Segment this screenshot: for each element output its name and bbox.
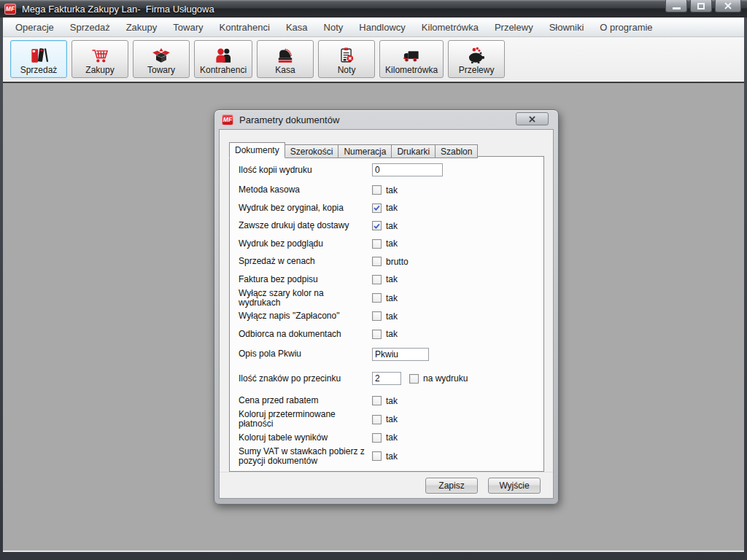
tab-drukarki[interactable]: Drukarki (391, 144, 436, 158)
checkbox[interactable] (372, 275, 382, 284)
checkbox-label: tak (386, 329, 398, 339)
close-button[interactable] (715, 0, 741, 12)
form-row: Wydruk bez podglądutak (239, 235, 543, 253)
toolbar-button-label: Przelewy (459, 66, 495, 75)
checkbox[interactable] (372, 257, 382, 266)
field-control: tak (372, 329, 398, 339)
field-control (372, 163, 443, 176)
form-row: Sumy VAT w stawkach pobierz z pozycji do… (239, 447, 543, 466)
toolbar-button-sprzedaż[interactable]: Sprzedaż (10, 40, 67, 78)
parameters-dialog: MF Parametry dokumentów DokumentySzeroko… (214, 109, 559, 505)
form-row: Wydruk bez oryginał, kopiatak (239, 199, 543, 217)
checkbox-label: tak (386, 293, 398, 303)
checkbox[interactable] (372, 239, 382, 249)
open-box-icon (150, 45, 172, 66)
checkbox-label: tak (386, 396, 398, 406)
checkbox[interactable] (372, 203, 382, 213)
checkbox-label: na wydruku (423, 373, 468, 384)
tab-szerokości[interactable]: Szerokości (285, 144, 339, 158)
checkbox-label: tak (386, 238, 398, 249)
menu-item-noty[interactable]: Noty (316, 22, 352, 33)
maximize-button[interactable] (690, 0, 712, 12)
checkbox[interactable] (409, 374, 419, 384)
menu-item-przelewy[interactable]: Przelewy (487, 22, 541, 33)
tab-numeracja[interactable]: Numeracja (338, 144, 392, 158)
shopping-cart-icon (89, 45, 111, 66)
toolbar-button-label: Kontrahenci (200, 66, 247, 75)
field-label: Cena przed rabatem (239, 396, 372, 405)
field-label: Wyłącz szary kolor na wydrukach (239, 289, 372, 308)
piggy-bank-icon (465, 45, 487, 66)
field-label: Ilość znaków po przecinku (239, 374, 372, 384)
menu-item-słowniki[interactable]: Słowniki (541, 22, 592, 33)
field-control: tak (372, 396, 398, 406)
field-control: tak (372, 238, 398, 249)
field-label: Sprzedaż w cenach (239, 257, 372, 266)
exit-button[interactable]: Wyjście (488, 478, 541, 494)
window-title: Mega Fakturka Zakupy Lan- Firma Usługowa (22, 4, 214, 15)
toolbar-button-label: Zakupy (85, 66, 114, 75)
save-button[interactable]: Zapisz (425, 478, 478, 494)
toolbar: SprzedażZakupyTowaryKontrahenciKasaNotyK… (3, 37, 744, 82)
checkbox[interactable] (372, 221, 382, 230)
menu-item-o-programie[interactable]: O programie (592, 22, 660, 33)
checkbox[interactable] (372, 185, 382, 195)
checkbox-label: tak (386, 432, 398, 443)
checkbox[interactable] (372, 396, 382, 405)
text-input[interactable] (372, 163, 443, 176)
minimize-button[interactable] (665, 0, 687, 12)
text-input[interactable] (372, 348, 429, 361)
dialog-logo-icon: MF (222, 114, 233, 125)
menu-item-sprzedaż[interactable]: Sprzedaż (62, 22, 118, 33)
cash-register-icon (274, 45, 296, 66)
toolbar-button-label: Towary (147, 66, 175, 75)
checkbox-label: tak (386, 311, 398, 322)
application-window: MF Mega Fakturka Zakupy Lan- Firma Usług… (0, 0, 747, 560)
menu-item-towary[interactable]: Towary (165, 22, 211, 33)
checkbox-label: tak (386, 221, 398, 231)
field-label: Wydruk bez oryginał, kopia (239, 203, 372, 213)
menu-item-kontrahenci[interactable]: Kontrahenci (212, 22, 278, 33)
field-control: tak (372, 221, 398, 231)
dialog-title-bar[interactable]: MF Parametry dokumentów (214, 110, 558, 129)
minimize-icon (673, 3, 681, 9)
checkbox[interactable] (372, 293, 382, 303)
menu-item-kilometrówka[interactable]: Kilometrówka (414, 22, 487, 33)
tab-szablon[interactable]: Szablon (435, 144, 478, 158)
truck-icon (400, 45, 422, 66)
field-label: Sumy VAT w stawkach pobierz z pozycji do… (239, 447, 372, 466)
tab-dokumenty[interactable]: Dokumenty (229, 142, 285, 158)
toolbar-button-towary[interactable]: Towary (133, 40, 190, 78)
field-control: tak (372, 432, 398, 443)
field-label: Ilość kopii wydruku (239, 166, 372, 175)
field-control: tak (372, 451, 398, 462)
form-row: Cena przed rabatemtak (239, 392, 543, 411)
form-row: Ilość znaków po przecinkuna wydruku (239, 370, 543, 388)
form-row: Koloruj tabele wynikówtak (239, 429, 543, 447)
field-label: Odbiorca na dokumentach (239, 330, 372, 339)
toolbar-button-zakupy[interactable]: Zakupy (71, 40, 128, 78)
checkbox[interactable] (372, 433, 382, 443)
checkbox[interactable] (372, 330, 382, 339)
toolbar-button-przelewy[interactable]: Przelewy (448, 40, 505, 78)
menu-item-handlowcy[interactable]: Handlowcy (351, 22, 414, 33)
field-label: Koloruj tabele wyników (239, 433, 372, 443)
text-input[interactable] (372, 372, 401, 385)
field-control: tak (372, 203, 398, 213)
window-title-bar: MF Mega Fakturka Zakupy Lan- Firma Usług… (0, 0, 747, 18)
field-label: Faktura bez podpisu (239, 275, 372, 284)
checkbox[interactable] (372, 415, 382, 424)
form-row: Ilość kopii wydruku (239, 161, 543, 179)
checkbox[interactable] (372, 451, 382, 461)
menu-item-kasa[interactable]: Kasa (278, 22, 316, 33)
close-icon (724, 2, 732, 9)
field-control: brutto (372, 257, 409, 267)
toolbar-button-kontrahenci[interactable]: Kontrahenci (194, 40, 252, 78)
menu-item-operacje[interactable]: Operacje (7, 22, 62, 33)
toolbar-button-kilometrówka[interactable]: Kilometrówka (379, 40, 444, 78)
menu-item-zakupy[interactable]: Zakupy (118, 22, 166, 33)
toolbar-button-noty[interactable]: Noty (318, 40, 375, 78)
dialog-close-button[interactable] (516, 112, 549, 125)
toolbar-button-kasa[interactable]: Kasa (257, 40, 314, 78)
checkbox[interactable] (372, 311, 382, 321)
